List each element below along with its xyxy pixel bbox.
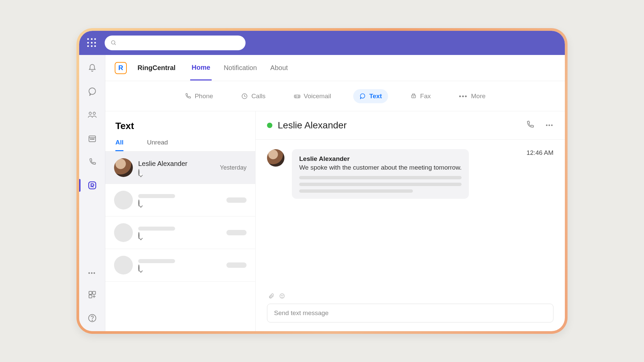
svg-point-9 [93,139,94,139]
svg-rect-22 [412,94,415,95]
conversation-item-placeholder[interactable] [105,217,255,249]
subtab-voicemail-label: Voicemail [304,93,331,100]
skeleton-name [138,259,175,263]
conversation-date: Yesterday [220,164,247,171]
chat-bubble-icon [138,233,221,239]
svg-line-1 [114,44,116,45]
chat-header: Leslie Alexander ••• [256,111,565,140]
attachment-icon[interactable] [268,293,274,300]
side-rail: ••• [79,55,105,331]
svg-rect-13 [89,295,92,298]
more-options-icon[interactable]: ••• [546,122,553,128]
message-time: 12:46 AM [527,149,553,157]
chat-bubble-icon [138,265,221,271]
avatar [114,158,133,177]
subtab-text-label: Text [369,93,382,100]
conversation-item-leslie[interactable]: Leslie Alexander Yesterday [105,152,255,184]
skeleton-name [138,227,175,231]
ringcentral-icon[interactable] [87,180,97,190]
svg-rect-11 [89,291,92,294]
message-input[interactable] [267,304,553,322]
skeleton-line [299,176,462,179]
nav-home[interactable]: Home [190,56,212,80]
subtab-calls-label: Calls [251,93,265,100]
svg-point-2 [89,88,96,95]
device-frame: ••• R RingCentral Home Notification Abou… [76,28,568,334]
apps-icon[interactable] [87,290,97,300]
svg-point-8 [92,139,92,139]
more-icon[interactable]: ••• [88,270,96,276]
svg-point-3 [89,112,91,115]
skeleton-date [226,262,247,268]
message-sender: Leslie Alexander [299,155,462,163]
subtab-calls[interactable]: Calls [235,89,271,103]
chat-pane: Leslie Alexander ••• Leslie Alexander We… [256,111,565,331]
skeleton-line [299,189,413,193]
search-icon [111,40,117,46]
svg-point-4 [93,112,95,115]
avatar-placeholder [114,191,133,209]
subtab-bar: Phone Calls Voicemail Text [105,81,565,111]
brand-logo: R [115,62,127,74]
ellipsis-icon: ••• [459,93,468,100]
brand-name: RingCentral [138,64,175,72]
chat-bubble-icon [138,170,215,176]
conversation-item-placeholder[interactable] [105,249,255,282]
call-icon[interactable] [526,120,534,130]
subtab-more-label: More [471,93,485,100]
help-icon[interactable] [87,313,97,323]
subtab-voicemail[interactable]: Voicemail [288,89,337,103]
conversation-name: Leslie Alexander [138,160,215,168]
svg-point-24 [280,294,284,298]
subtab-more[interactable]: ••• More [453,89,491,103]
composer-area [256,288,565,331]
svg-point-25 [281,295,282,296]
avatar-placeholder [114,256,133,275]
nav-notification[interactable]: Notification [222,56,258,80]
chat-title: Leslie Alexander [278,120,520,131]
message-bubble: Leslie Alexander We spoke with the custo… [292,149,469,199]
contacts-icon[interactable] [87,110,97,120]
text-panel-title: Text [105,111,255,135]
filter-unread[interactable]: Unread [147,139,168,151]
subtab-phone[interactable]: Phone [178,89,219,103]
emoji-icon[interactable] [279,293,285,300]
skeleton-date [226,197,247,203]
svg-point-15 [92,320,93,321]
presence-indicator [267,123,272,128]
chat-bubble-icon [138,200,221,206]
svg-point-26 [283,295,283,296]
svg-rect-10 [89,182,96,189]
topbar [79,31,565,55]
phone-icon[interactable] [87,157,97,167]
apps-grid-icon[interactable] [87,38,97,48]
subtab-fax[interactable]: Fax [404,89,437,103]
skeleton-date [226,230,247,235]
subtab-text[interactable]: Text [353,89,388,103]
chat-icon[interactable] [87,86,97,97]
brand-bar: R RingCentral Home Notification About [105,55,565,81]
message-avatar [267,149,284,167]
text-filters: All Unread [105,135,255,152]
svg-point-20 [360,94,365,98]
conversation-list-pane: Text All Unread Leslie Alexander [105,111,256,331]
svg-point-18 [295,96,296,97]
svg-rect-12 [93,291,96,294]
subtab-fax-label: Fax [420,93,431,100]
nav-about[interactable]: About [269,56,289,80]
skeleton-name [138,194,175,198]
filter-all[interactable]: All [115,139,123,151]
message-body: We spoke with the customer about the mee… [299,164,462,171]
app-screen: ••• R RingCentral Home Notification Abou… [79,31,565,331]
bell-icon[interactable] [87,63,97,73]
subtab-phone-label: Phone [195,93,213,100]
calendar-icon[interactable] [87,133,97,143]
conversation-item-placeholder[interactable] [105,184,255,217]
skeleton-line [299,183,462,186]
svg-rect-21 [412,95,416,98]
avatar-placeholder [114,223,133,242]
svg-point-0 [111,41,115,44]
search-input[interactable] [105,36,246,50]
svg-point-19 [298,96,299,97]
svg-point-7 [90,139,91,139]
